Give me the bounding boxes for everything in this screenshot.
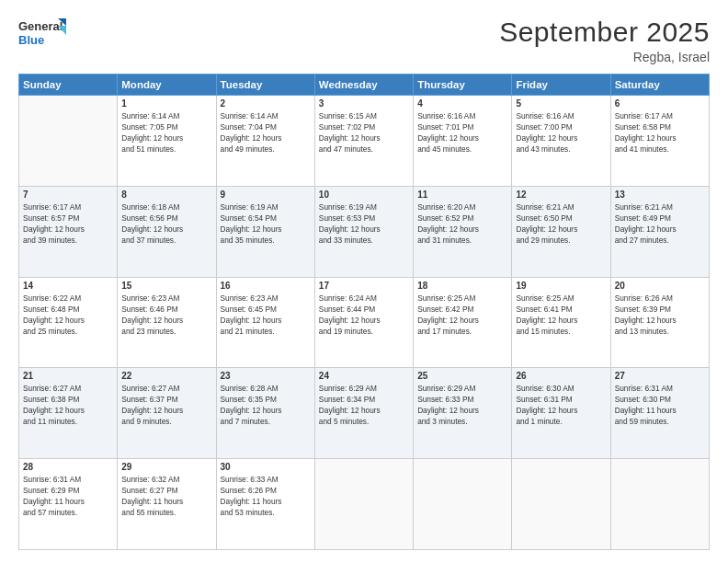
day-info: Sunrise: 6:21 AMSunset: 6:49 PMDaylight:… <box>615 201 705 246</box>
day-number: 6 <box>615 98 705 109</box>
day-info: Sunrise: 6:33 AMSunset: 6:26 PMDaylight:… <box>221 474 311 518</box>
table-row: 25Sunrise: 6:29 AMSunset: 6:33 PMDayligh… <box>414 368 512 459</box>
day-info: Sunrise: 6:31 AMSunset: 6:29 PMDaylight:… <box>23 474 113 518</box>
table-row: 4Sunrise: 6:16 AMSunset: 7:01 PMDaylight… <box>414 96 512 187</box>
day-info: Sunrise: 6:17 AMSunset: 6:58 PMDaylight:… <box>615 110 705 155</box>
day-number: 19 <box>516 281 606 291</box>
day-number: 3 <box>319 98 409 109</box>
calendar-page: GeneralBlue September 2025 Regba, Israel… <box>0 0 728 563</box>
day-number: 30 <box>221 462 311 472</box>
table-row: 9Sunrise: 6:19 AMSunset: 6:54 PMDaylight… <box>216 186 314 277</box>
table-row: 18Sunrise: 6:25 AMSunset: 6:42 PMDayligh… <box>414 277 512 368</box>
day-info: Sunrise: 6:32 AMSunset: 6:27 PMDaylight:… <box>121 474 211 518</box>
table-row <box>414 459 512 550</box>
day-info: Sunrise: 6:25 AMSunset: 6:41 PMDaylight:… <box>516 293 606 337</box>
day-info: Sunrise: 6:23 AMSunset: 6:46 PMDaylight:… <box>121 293 211 337</box>
day-number: 8 <box>121 190 211 200</box>
calendar-table: Sunday Monday Tuesday Wednesday Thursday… <box>18 74 710 550</box>
table-row: 20Sunrise: 6:26 AMSunset: 6:39 PMDayligh… <box>610 277 709 368</box>
day-number: 20 <box>615 281 705 291</box>
day-number: 23 <box>221 371 311 381</box>
day-number: 12 <box>516 190 606 200</box>
col-sunday: Sunday <box>19 75 118 96</box>
day-info: Sunrise: 6:29 AMSunset: 6:33 PMDaylight:… <box>417 383 507 427</box>
day-number: 1 <box>121 98 211 109</box>
day-number: 17 <box>319 281 409 291</box>
table-row: 2Sunrise: 6:14 AMSunset: 7:04 PMDaylight… <box>216 96 314 187</box>
day-number: 16 <box>221 281 311 291</box>
table-row: 26Sunrise: 6:30 AMSunset: 6:31 PMDayligh… <box>512 368 610 459</box>
day-info: Sunrise: 6:30 AMSunset: 6:31 PMDaylight:… <box>516 383 606 427</box>
day-info: Sunrise: 6:26 AMSunset: 6:39 PMDaylight:… <box>615 293 705 337</box>
day-info: Sunrise: 6:18 AMSunset: 6:56 PMDaylight:… <box>121 201 211 246</box>
day-number: 5 <box>516 98 606 109</box>
table-row: 21Sunrise: 6:27 AMSunset: 6:38 PMDayligh… <box>19 368 118 459</box>
table-row: 19Sunrise: 6:25 AMSunset: 6:41 PMDayligh… <box>512 277 610 368</box>
day-info: Sunrise: 6:14 AMSunset: 7:05 PMDaylight:… <box>121 110 211 155</box>
calendar-week-row: 14Sunrise: 6:22 AMSunset: 6:48 PMDayligh… <box>19 277 710 368</box>
day-info: Sunrise: 6:22 AMSunset: 6:48 PMDaylight:… <box>23 293 113 337</box>
table-row: 8Sunrise: 6:18 AMSunset: 6:56 PMDaylight… <box>118 186 216 277</box>
table-row: 5Sunrise: 6:16 AMSunset: 7:00 PMDaylight… <box>512 96 610 187</box>
day-number: 4 <box>417 98 507 109</box>
day-info: Sunrise: 6:27 AMSunset: 6:37 PMDaylight:… <box>121 383 211 427</box>
calendar-title: September 2025 <box>499 17 710 48</box>
col-monday: Monday <box>118 75 216 96</box>
table-row: 16Sunrise: 6:23 AMSunset: 6:45 PMDayligh… <box>216 277 314 368</box>
col-saturday: Saturday <box>610 75 709 96</box>
day-info: Sunrise: 6:16 AMSunset: 7:00 PMDaylight:… <box>516 110 606 155</box>
col-tuesday: Tuesday <box>216 75 314 96</box>
day-number: 26 <box>516 371 606 381</box>
header: GeneralBlue September 2025 Regba, Israel <box>18 17 710 64</box>
table-row: 27Sunrise: 6:31 AMSunset: 6:30 PMDayligh… <box>610 368 709 459</box>
day-number: 29 <box>121 462 211 472</box>
day-info: Sunrise: 6:19 AMSunset: 6:54 PMDaylight:… <box>221 201 311 246</box>
day-number: 27 <box>615 371 705 381</box>
day-info: Sunrise: 6:29 AMSunset: 6:34 PMDaylight:… <box>319 383 409 427</box>
table-row: 13Sunrise: 6:21 AMSunset: 6:49 PMDayligh… <box>610 186 709 277</box>
day-info: Sunrise: 6:27 AMSunset: 6:38 PMDaylight:… <box>23 383 113 427</box>
col-wednesday: Wednesday <box>314 75 413 96</box>
day-number: 24 <box>319 371 409 381</box>
table-row <box>610 459 709 550</box>
table-row <box>512 459 610 550</box>
day-number: 9 <box>221 190 311 200</box>
calendar-week-row: 21Sunrise: 6:27 AMSunset: 6:38 PMDayligh… <box>19 368 710 459</box>
day-number: 14 <box>23 281 113 291</box>
day-number: 22 <box>121 371 211 381</box>
table-row: 11Sunrise: 6:20 AMSunset: 6:52 PMDayligh… <box>414 186 512 277</box>
table-row: 3Sunrise: 6:15 AMSunset: 7:02 PMDaylight… <box>314 96 413 187</box>
table-row: 29Sunrise: 6:32 AMSunset: 6:27 PMDayligh… <box>118 459 216 550</box>
table-row: 1Sunrise: 6:14 AMSunset: 7:05 PMDaylight… <box>118 96 216 187</box>
table-row: 22Sunrise: 6:27 AMSunset: 6:37 PMDayligh… <box>118 368 216 459</box>
logo-svg: GeneralBlue <box>18 17 66 50</box>
table-row <box>19 96 118 187</box>
table-row: 10Sunrise: 6:19 AMSunset: 6:53 PMDayligh… <box>314 186 413 277</box>
day-number: 13 <box>615 190 705 200</box>
day-number: 15 <box>121 281 211 291</box>
svg-text:General: General <box>18 19 63 33</box>
day-number: 25 <box>417 371 507 381</box>
day-number: 7 <box>23 190 113 200</box>
day-info: Sunrise: 6:15 AMSunset: 7:02 PMDaylight:… <box>319 110 409 155</box>
table-row: 24Sunrise: 6:29 AMSunset: 6:34 PMDayligh… <box>314 368 413 459</box>
day-info: Sunrise: 6:25 AMSunset: 6:42 PMDaylight:… <box>417 293 507 337</box>
calendar-header-row: Sunday Monday Tuesday Wednesday Thursday… <box>19 75 710 96</box>
day-info: Sunrise: 6:16 AMSunset: 7:01 PMDaylight:… <box>417 110 507 155</box>
table-row: 23Sunrise: 6:28 AMSunset: 6:35 PMDayligh… <box>216 368 314 459</box>
table-row: 6Sunrise: 6:17 AMSunset: 6:58 PMDaylight… <box>610 96 709 187</box>
calendar-week-row: 7Sunrise: 6:17 AMSunset: 6:57 PMDaylight… <box>19 186 710 277</box>
day-number: 10 <box>319 190 409 200</box>
day-info: Sunrise: 6:20 AMSunset: 6:52 PMDaylight:… <box>417 201 507 246</box>
table-row: 28Sunrise: 6:31 AMSunset: 6:29 PMDayligh… <box>19 459 118 550</box>
table-row <box>314 459 413 550</box>
table-row: 15Sunrise: 6:23 AMSunset: 6:46 PMDayligh… <box>118 277 216 368</box>
logo: GeneralBlue <box>18 17 66 50</box>
svg-text:Blue: Blue <box>18 33 44 47</box>
table-row: 17Sunrise: 6:24 AMSunset: 6:44 PMDayligh… <box>314 277 413 368</box>
day-number: 28 <box>23 462 113 472</box>
day-number: 2 <box>221 98 311 109</box>
table-row: 7Sunrise: 6:17 AMSunset: 6:57 PMDaylight… <box>19 186 118 277</box>
day-info: Sunrise: 6:19 AMSunset: 6:53 PMDaylight:… <box>319 201 409 246</box>
day-number: 11 <box>417 190 507 200</box>
